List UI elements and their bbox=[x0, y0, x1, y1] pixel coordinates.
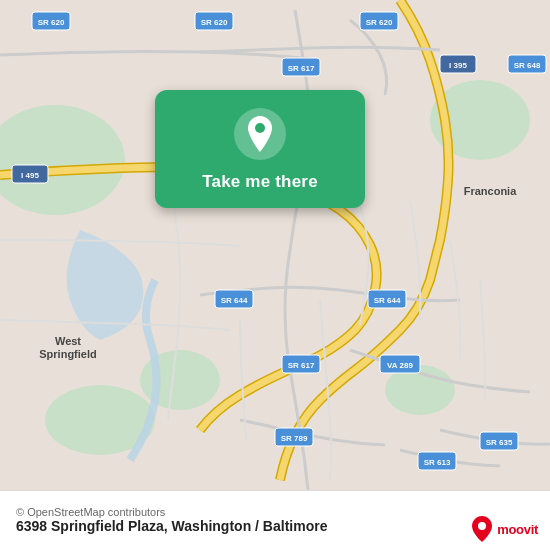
moovit-logo: moovit bbox=[471, 516, 538, 542]
svg-text:SR 648: SR 648 bbox=[514, 61, 541, 70]
svg-text:SR 620: SR 620 bbox=[38, 18, 65, 27]
svg-text:Franconia: Franconia bbox=[464, 185, 517, 197]
svg-text:VA 289: VA 289 bbox=[387, 361, 413, 370]
address-text: 6398 Springfield Plaza, Washington / Bal… bbox=[16, 518, 327, 534]
svg-text:SR 635: SR 635 bbox=[486, 438, 513, 447]
svg-text:SR 617: SR 617 bbox=[288, 64, 315, 73]
take-me-there-card[interactable]: Take me there bbox=[155, 90, 365, 208]
location-pin-icon bbox=[245, 116, 275, 152]
svg-text:I 395: I 395 bbox=[449, 61, 467, 70]
svg-point-37 bbox=[255, 123, 265, 133]
svg-text:SR 789: SR 789 bbox=[281, 434, 308, 443]
svg-text:SR 644: SR 644 bbox=[221, 296, 248, 305]
location-icon-wrapper bbox=[234, 108, 286, 160]
moovit-label: moovit bbox=[497, 522, 538, 537]
map-container: SR 620 SR 620 SR 620 I 395 I 495 SR 617 … bbox=[0, 0, 550, 490]
moovit-pin-icon bbox=[471, 516, 493, 542]
svg-text:SR 620: SR 620 bbox=[366, 18, 393, 27]
svg-text:West: West bbox=[55, 335, 81, 347]
take-me-there-button[interactable]: Take me there bbox=[202, 172, 318, 192]
svg-text:SR 620: SR 620 bbox=[201, 18, 228, 27]
copyright-text: © OpenStreetMap contributors bbox=[16, 506, 165, 518]
svg-text:SR 617: SR 617 bbox=[288, 361, 315, 370]
svg-text:SR 644: SR 644 bbox=[374, 296, 401, 305]
svg-text:Springfield: Springfield bbox=[39, 348, 96, 360]
svg-point-38 bbox=[478, 522, 486, 530]
svg-text:I 495: I 495 bbox=[21, 171, 39, 180]
bottom-bar: © OpenStreetMap contributors 6398 Spring… bbox=[0, 490, 550, 550]
svg-text:SR 613: SR 613 bbox=[424, 458, 451, 467]
